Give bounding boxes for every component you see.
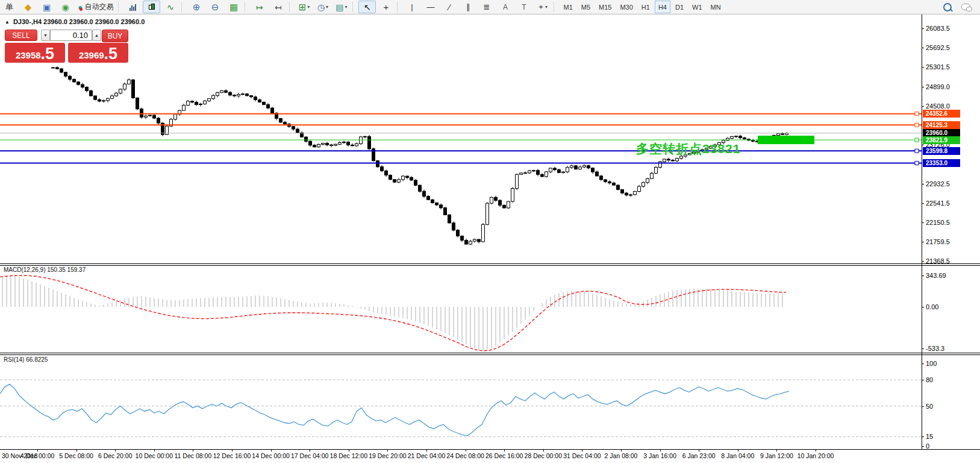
price-tickmark <box>922 203 924 204</box>
chart-shift-icon: ↤ <box>275 3 282 11</box>
time-tickmark <box>76 449 77 452</box>
trading-app-window: 单◆▣◉●自动交易∿⊕⊖▦↦↤⊞▾◷▾▤▾↖+|—∕∥≣AT✦▾M1M5M15M… <box>0 0 980 463</box>
crosshair-icon: + <box>384 2 389 11</box>
line-handle[interactable] <box>915 138 919 142</box>
tile-windows-icon[interactable]: ▦ <box>225 1 242 13</box>
timeframe-h4[interactable]: H4 <box>655 1 670 13</box>
time-label: 10 Jan 20:00 <box>797 452 834 459</box>
timeframe-d1[interactable]: D1 <box>672 1 687 13</box>
pivot-annotation-text[interactable]: 多空转折点23821 <box>636 140 740 157</box>
arrows-icon[interactable]: ✦▾ <box>534 1 551 13</box>
time-tickmark <box>310 449 310 452</box>
price-chip-23821.9: 23821.9 <box>923 136 960 144</box>
timeframe-m30[interactable]: M30 <box>616 1 636 13</box>
sell-price-box[interactable]: 23958 .5 <box>5 43 65 63</box>
sell-button[interactable]: SELL <box>5 30 37 41</box>
line-handle[interactable] <box>915 162 919 165</box>
rsi-line <box>0 384 789 436</box>
toolbar: 单◆▣◉●自动交易∿⊕⊖▦↦↤⊞▾◷▾▤▾↖+|—∕∥≣AT✦▾M1M5M15M… <box>0 0 980 14</box>
line-handle[interactable] <box>915 112 919 116</box>
time-tickmark <box>426 449 427 452</box>
rsi-tickmark <box>922 364 924 364</box>
time-label: 5 Dec 08:00 <box>59 452 93 459</box>
buy-price-box[interactable]: 23969 .5 <box>68 43 128 63</box>
line-handle[interactable] <box>915 123 919 127</box>
chart-shift-icon[interactable]: ↤ <box>269 1 287 13</box>
autotrade-button[interactable]: ●自动交易 <box>75 1 116 13</box>
time-label: 11 Dec 08:00 <box>175 452 212 459</box>
volume-input[interactable]: 0.10 <box>50 30 92 41</box>
line-chart-icon[interactable]: ∿ <box>161 1 179 13</box>
macd-signal-line <box>0 276 786 351</box>
accounts-icon[interactable]: ▣ <box>38 1 55 13</box>
orders-label[interactable]: 单 <box>1 1 18 13</box>
zoom-in-icon[interactable]: ⊕ <box>187 1 205 13</box>
signals-icon[interactable]: ◉ <box>57 1 74 13</box>
journal-icon[interactable]: ◆ <box>19 1 37 13</box>
tile-windows-icon: ▦ <box>229 2 238 11</box>
zoom-out-icon[interactable]: ⊖ <box>206 1 223 13</box>
auto-scroll-icon[interactable]: ↦ <box>251 1 268 13</box>
collapse-panel-icon[interactable]: ▲ <box>5 19 10 25</box>
new-chart-icon[interactable]: ⊞▾ <box>295 1 313 13</box>
zoom-in-icon: ⊕ <box>193 2 201 11</box>
price-tick-label: 21759.5 <box>926 238 950 245</box>
trendline-icon[interactable]: ∕ <box>440 1 458 13</box>
price-tickmark <box>922 87 924 87</box>
toolbar-separator <box>554 2 557 12</box>
timeframe-m5[interactable]: M5 <box>578 1 594 13</box>
timeframe-m1[interactable]: M1 <box>560 1 576 13</box>
line-handle[interactable] <box>915 149 919 153</box>
vertical-line-icon[interactable]: | <box>403 1 420 13</box>
volume-increase-button[interactable]: ▲ <box>92 30 101 41</box>
dropdown-caret-icon[interactable]: ▾ <box>326 4 328 10</box>
chart-canvas[interactable] <box>0 14 922 449</box>
fibonacci-icon[interactable]: ≣ <box>478 1 495 13</box>
timeframe-w1[interactable]: W1 <box>688 1 706 13</box>
highlight-box[interactable] <box>758 136 814 144</box>
text-label-icon[interactable]: T <box>515 1 532 13</box>
bar-chart-icon <box>130 4 136 11</box>
dropdown-caret-icon[interactable]: ▾ <box>307 4 310 10</box>
toolbar-separator <box>245 2 248 12</box>
chart-template-icon: ▤ <box>336 3 343 11</box>
dropdown-caret-icon[interactable]: ▾ <box>545 4 548 10</box>
bar-chart-icon[interactable] <box>124 1 142 13</box>
period-clock-icon[interactable]: ◷▾ <box>314 1 331 13</box>
volume-decrease-button[interactable]: ▼ <box>41 30 50 41</box>
text-icon[interactable]: A <box>496 1 514 13</box>
timeframe-m15[interactable]: M15 <box>595 1 615 13</box>
price-tick-label: 22541.5 <box>926 200 950 207</box>
pane-separator[interactable] <box>0 263 980 264</box>
candlestick-chart-icon[interactable] <box>143 1 160 13</box>
time-tickmark <box>582 449 582 452</box>
rsi-tickmark <box>922 380 924 380</box>
equidistant-channel-icon[interactable]: ∥ <box>459 1 476 13</box>
one-click-trade-panel: SELL ▼ 0.10 ▲ BUY 23958 .5 23969 .5 <box>5 30 128 63</box>
auto-scroll-icon: ↦ <box>256 3 263 11</box>
price-tick-label: 22932.5 <box>926 180 950 187</box>
cursor-icon: ↖ <box>364 3 371 11</box>
price-tick-label: 26083.5 <box>926 25 950 32</box>
time-label: 2 Jan 08:00 <box>605 452 638 459</box>
macd-tick-label: 343.69 <box>926 272 946 279</box>
crosshair-icon[interactable]: + <box>377 1 395 13</box>
text-icon: A <box>503 4 508 11</box>
horizontal-line-icon[interactable]: — <box>422 1 439 13</box>
price-tickmark <box>922 242 924 242</box>
cursor-icon[interactable]: ↖ <box>358 1 376 13</box>
timeframe-mn[interactable]: MN <box>707 1 725 13</box>
rsi-tick-label: 15 <box>926 433 933 440</box>
search-lens <box>943 3 952 11</box>
buy-button[interactable]: BUY <box>102 30 128 42</box>
new-chart-icon: ⊞ <box>299 2 307 11</box>
chat-icon[interactable] <box>957 1 975 13</box>
chart-template-icon[interactable]: ▤▾ <box>332 1 350 13</box>
pane-separator[interactable] <box>0 353 980 353</box>
time-tickmark <box>37 449 38 452</box>
time-label: 24 Dec 08:00 <box>446 452 484 459</box>
rsi-tick-label: 80 <box>926 376 933 383</box>
search-icon[interactable] <box>938 1 956 13</box>
dropdown-caret-icon[interactable]: ▾ <box>345 4 348 10</box>
timeframe-h1[interactable]: H1 <box>638 1 654 13</box>
